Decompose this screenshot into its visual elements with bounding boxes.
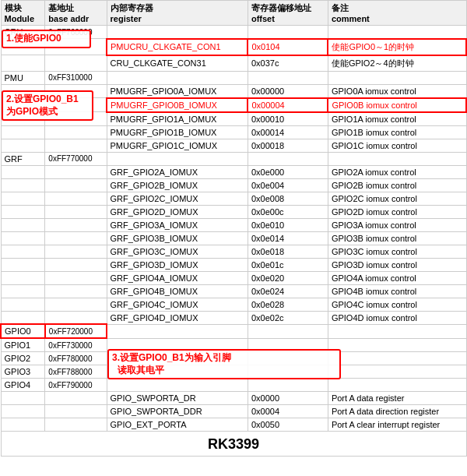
main-container: 模块Module 基地址base addr 内部寄存器register 寄存器偏… bbox=[0, 0, 467, 457]
module-cell bbox=[1, 392, 45, 405]
base-addr-cell bbox=[45, 125, 107, 139]
base-addr-cell bbox=[45, 392, 107, 405]
table-footer: RK3399 bbox=[1, 432, 466, 457]
register-cell bbox=[107, 152, 248, 165]
module-cell: GPIO3 bbox=[1, 365, 45, 379]
offset-cell: 0x00018 bbox=[248, 139, 328, 152]
offset-cell: 0x0e010 bbox=[248, 218, 328, 231]
module-cell bbox=[1, 405, 45, 418]
module-cell: GPIO2 bbox=[1, 352, 45, 365]
module-cell bbox=[1, 192, 45, 205]
comment-cell: 使能GPIO0～1的时钟 bbox=[328, 39, 466, 55]
offset-cell: 0x0e00c bbox=[248, 205, 328, 218]
comment-cell: GPIO4D iomux control bbox=[328, 311, 466, 324]
comment-cell: GPIO1A iomux control bbox=[328, 112, 466, 126]
offset-cell: 0x0e000 bbox=[248, 165, 328, 178]
comment-cell bbox=[328, 379, 466, 392]
table-row: GRF_GPIO2C_IOMUX0x0e008GPIO2C iomux cont… bbox=[1, 192, 466, 205]
offset-cell: 0x0104 bbox=[248, 39, 328, 55]
register-cell: PMUGRF_GPIO1C_IOMUX bbox=[107, 139, 248, 152]
module-cell bbox=[1, 55, 45, 72]
comment-cell: GPIO4A iomux control bbox=[328, 271, 466, 284]
base-addr-cell bbox=[45, 405, 107, 418]
register-cell: GRF_GPIO3D_IOMUX bbox=[107, 258, 248, 271]
base-addr-cell bbox=[45, 231, 107, 245]
table-row: GPIO_EXT_PORTA0x0050Port A clear interru… bbox=[1, 418, 466, 432]
base-addr-cell bbox=[45, 258, 107, 271]
base-addr-cell: 0xFF770000 bbox=[45, 152, 107, 165]
comment-cell: GPIO0A iomux control bbox=[328, 84, 466, 98]
table-row: GPIO_SWPORTA_DDR0x0004Port A data direct… bbox=[1, 405, 466, 418]
annotation-2: 2.设置GPIO0_B1为GPIO模式 bbox=[2, 90, 93, 121]
footer-title: RK3399 bbox=[1, 432, 466, 457]
comment-cell: GPIO2D iomux control bbox=[328, 205, 466, 218]
col-register: 内部寄存器register bbox=[107, 1, 248, 26]
module-cell: GRF bbox=[1, 152, 45, 165]
offset-cell: 0x0000 bbox=[248, 392, 328, 405]
base-addr-cell: 0xFF790000 bbox=[45, 379, 107, 392]
table-row: GPIO_SWPORTA_DR0x0000Port A data registe… bbox=[1, 392, 466, 405]
comment-cell: Port A data direction register bbox=[328, 405, 466, 418]
base-addr-cell: 0xFF730000 bbox=[45, 338, 107, 352]
comment-cell: GPIO3B iomux control bbox=[328, 231, 466, 245]
module-cell bbox=[1, 258, 45, 271]
register-cell: PMUGRF_GPIO0B_IOMUX bbox=[107, 98, 248, 112]
register-table: 模块Module 基地址base addr 内部寄存器register 寄存器偏… bbox=[0, 0, 467, 457]
register-cell: CRU_CLKGATE_CON31 bbox=[107, 55, 248, 72]
comment-cell: GPIO1B iomux control bbox=[328, 125, 466, 139]
base-addr-cell: 0xFF310000 bbox=[45, 71, 107, 84]
comment-cell: GPIO1C iomux control bbox=[328, 139, 466, 152]
comment-cell bbox=[328, 152, 466, 165]
table-row: PMUGRF_GPIO1C_IOMUX0x00018GPIO1C iomux c… bbox=[1, 139, 466, 152]
offset-cell: 0x0e018 bbox=[248, 245, 328, 258]
base-addr-cell bbox=[45, 178, 107, 192]
comment-cell: GPIO4C iomux control bbox=[328, 298, 466, 311]
table-row: GRF_GPIO3D_IOMUX0x0e01cGPIO3D iomux cont… bbox=[1, 258, 466, 271]
module-cell bbox=[1, 178, 45, 192]
table-row: GPIO00xFF720000 bbox=[1, 324, 466, 338]
offset-cell: 0x0e008 bbox=[248, 192, 328, 205]
comment-cell bbox=[328, 352, 466, 365]
module-cell bbox=[1, 284, 45, 298]
comment-cell: Port A clear interrupt register bbox=[328, 418, 466, 432]
module-cell bbox=[1, 271, 45, 284]
module-cell bbox=[1, 311, 45, 324]
base-addr-cell bbox=[45, 311, 107, 324]
register-cell: GRF_GPIO2A_IOMUX bbox=[107, 165, 248, 178]
comment-cell bbox=[328, 338, 466, 352]
module-cell: GPIO1 bbox=[1, 338, 45, 352]
module-cell: GPIO4 bbox=[1, 379, 45, 392]
register-cell: GRF_GPIO4D_IOMUX bbox=[107, 311, 248, 324]
col-offset: 寄存器偏移地址offset bbox=[248, 1, 328, 26]
table-row: GRF_GPIO2D_IOMUX0x0e00cGPIO2D iomux cont… bbox=[1, 205, 466, 218]
offset-cell bbox=[248, 152, 328, 165]
module-cell bbox=[1, 218, 45, 231]
module-cell bbox=[1, 245, 45, 258]
base-addr-cell: 0xFF780000 bbox=[45, 352, 107, 365]
table-row: GRF_GPIO4D_IOMUX0x0e02cGPIO4D iomux cont… bbox=[1, 311, 466, 324]
col-module: 模块Module bbox=[1, 1, 45, 26]
comment-cell: GPIO3A iomux control bbox=[328, 218, 466, 231]
register-cell bbox=[107, 324, 248, 338]
base-addr-cell bbox=[45, 192, 107, 205]
offset-cell: 0x0e020 bbox=[248, 271, 328, 284]
register-cell: GRF_GPIO4C_IOMUX bbox=[107, 298, 248, 311]
table-row: GRF_GPIO4B_IOMUX0x0e024GPIO4B iomux cont… bbox=[1, 284, 466, 298]
comment-cell: GPIO2A iomux control bbox=[328, 165, 466, 178]
offset-cell: 0x0e014 bbox=[248, 231, 328, 245]
module-cell bbox=[1, 418, 45, 432]
base-addr-cell bbox=[45, 55, 107, 72]
base-addr-cell: 0xFF788000 bbox=[45, 365, 107, 379]
register-cell: PMUCRU_CLKGATE_CON1 bbox=[107, 39, 248, 55]
module-cell bbox=[1, 139, 45, 152]
base-addr-cell bbox=[45, 218, 107, 231]
offset-cell bbox=[248, 324, 328, 338]
register-cell: GPIO_EXT_PORTA bbox=[107, 418, 248, 432]
table-row: GRF_GPIO3A_IOMUX0x0e010GPIO3A iomux cont… bbox=[1, 218, 466, 231]
register-cell: GPIO_SWPORTA_DDR bbox=[107, 405, 248, 418]
register-cell: PMUGRF_GPIO0A_IOMUX bbox=[107, 84, 248, 98]
table-row: GRF_GPIO4A_IOMUX0x0e020GPIO4A iomux cont… bbox=[1, 271, 466, 284]
base-addr-cell bbox=[45, 298, 107, 311]
offset-cell: 0x0004 bbox=[248, 405, 328, 418]
register-cell: GRF_GPIO3A_IOMUX bbox=[107, 218, 248, 231]
